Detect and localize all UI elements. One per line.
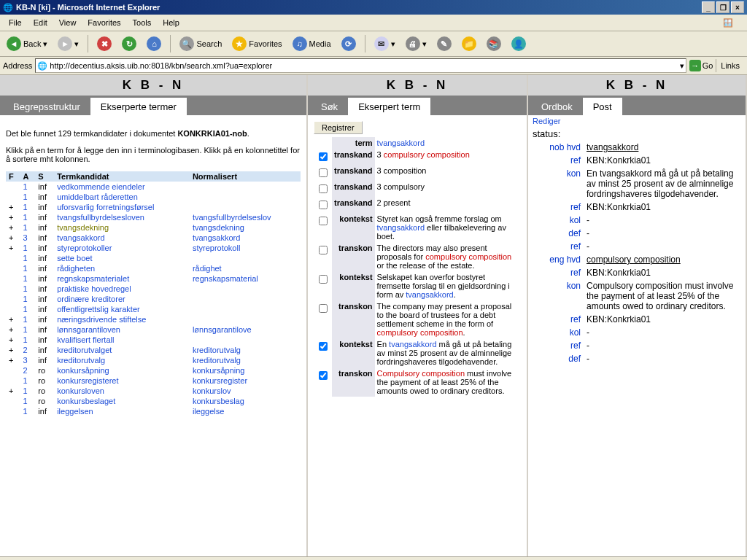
term-link[interactable]: praktiske hovedregel [57, 284, 131, 293]
norm-link[interactable]: kreditorutvalg [193, 356, 241, 365]
freq-link[interactable]: 1 [23, 325, 27, 334]
freq-link[interactable]: 3 [23, 233, 27, 242]
stop-button[interactable]: ✖ [93, 34, 115, 53]
freq-link[interactable]: 1 [23, 376, 27, 385]
media-button[interactable]: ♫Media [289, 34, 335, 53]
home-button[interactable]: ⌂ [143, 34, 165, 53]
freq-link[interactable]: 1 [23, 335, 27, 344]
row-checkbox[interactable] [319, 184, 328, 193]
term-link[interactable]: tvangsdekning [57, 223, 109, 232]
row-checkbox[interactable] [319, 168, 328, 177]
tab-sok[interactable]: Søk [311, 98, 348, 115]
term-link[interactable]: konkursbeslaget [57, 397, 115, 405]
freq-link[interactable]: 1 [23, 182, 27, 191]
norm-link[interactable]: ileggelse [193, 407, 224, 416]
term-link[interactable]: vedkommende eiendeler [57, 182, 144, 191]
freq-link[interactable]: 3 [23, 356, 27, 365]
term-link[interactable]: tvangsakkord [57, 233, 104, 242]
norm-link[interactable]: regnskapsmaterial [193, 274, 258, 283]
refresh-button[interactable]: ↻ [118, 34, 140, 53]
term-link[interactable]: ileggelsen [57, 407, 93, 416]
term-link[interactable]: offentligrettslig karakter [57, 305, 140, 314]
term-link[interactable]: ordinære kreditorer [57, 295, 125, 303]
norm-link[interactable]: tvangsdekning [193, 223, 244, 232]
row-checkbox[interactable] [319, 217, 328, 225]
messenger-button[interactable]: 👤 [508, 34, 530, 53]
discuss-button[interactable]: 📁 [458, 34, 480, 53]
row-checkbox[interactable] [319, 246, 328, 254]
row-checkbox[interactable] [319, 342, 328, 351]
row-checkbox[interactable] [319, 371, 328, 380]
row-checkbox[interactable] [319, 304, 328, 313]
norm-link[interactable]: tvangsakkord [193, 233, 240, 242]
freq-link[interactable]: 1 [23, 244, 27, 252]
menu-view[interactable]: View [53, 18, 82, 27]
col-a[interactable]: A [20, 171, 35, 182]
menu-favorites[interactable]: Favorites [82, 18, 126, 27]
freq-link[interactable]: 1 [23, 223, 27, 232]
row-checkbox[interactable] [319, 152, 328, 161]
minimize-button[interactable]: _ [702, 1, 715, 13]
freq-link[interactable]: 1 [23, 315, 27, 324]
freq-link[interactable]: 1 [23, 284, 27, 293]
tab-ekserpert-term[interactable]: Ekserpert term [348, 98, 430, 115]
norm-link[interactable]: styreprotokoll [193, 244, 240, 252]
menu-edit[interactable]: Edit [28, 18, 53, 27]
tab-begrepsstruktur[interactable]: Begrepsstruktur [3, 98, 90, 115]
favorites-button[interactable]: ★Favorites [228, 34, 285, 53]
term-link[interactable]: kreditorutvalg [57, 356, 105, 365]
freq-link[interactable]: 1 [23, 386, 27, 395]
term-link[interactable]: uforsvarlig forretningsførsel [57, 203, 154, 211]
term-link[interactable]: umiddelbart råderetten [57, 192, 138, 201]
norm-link[interactable]: lønnsgarantilove [193, 325, 252, 334]
term-link[interactable]: næringsdrivende stiftelse [57, 315, 146, 324]
freq-link[interactable]: 1 [23, 397, 27, 405]
close-button[interactable]: × [731, 1, 744, 13]
history-button[interactable]: ⟳ [338, 34, 360, 53]
term-link[interactable]: tvangsfullbyrdelsesloven [57, 213, 144, 222]
freq-link[interactable]: 1 [23, 213, 27, 222]
norm-link[interactable]: konkursbeslag [193, 397, 244, 405]
freq-link[interactable]: 1 [23, 192, 27, 201]
term-link[interactable]: rådigheten [57, 264, 95, 273]
norm-link[interactable]: kreditorutvalg [193, 346, 241, 354]
menu-help[interactable]: Help [157, 18, 185, 27]
col-f[interactable]: F [6, 171, 20, 182]
mail-button[interactable]: ✉▾ [371, 34, 399, 53]
go-button[interactable]: →Go [689, 60, 713, 71]
freq-link[interactable]: 1 [23, 305, 27, 314]
tab-ordbok[interactable]: Ordbok [531, 98, 583, 115]
col-norm[interactable]: Normalisert [190, 171, 301, 182]
tab-post[interactable]: Post [583, 98, 622, 115]
freq-link[interactable]: 1 [23, 407, 27, 416]
term-link[interactable]: sette boet [57, 254, 92, 262]
col-term[interactable]: Termkandidat [54, 171, 190, 182]
norm-link[interactable]: rådighet [193, 264, 222, 273]
row-checkbox[interactable] [319, 275, 328, 284]
term-link[interactable]: styreprotokoller [57, 244, 112, 252]
freq-link[interactable]: 1 [23, 254, 27, 262]
term-link[interactable]: konkursloven [57, 386, 104, 395]
term-link[interactable]: kreditorutvalget [57, 346, 112, 354]
term-link[interactable]: konkursregisteret [57, 376, 118, 385]
chevron-down-icon[interactable]: ▾ [680, 61, 684, 71]
address-input[interactable]: 🌐 http://decentius.aksis.uib.no:8018/kbn… [35, 58, 686, 73]
term-link[interactable]: konkursåpning [57, 366, 109, 375]
norm-link[interactable]: konkursåpning [193, 366, 245, 375]
print-button[interactable]: 🖨▾ [402, 34, 430, 53]
term-link[interactable]: kvalifisert flertall [57, 335, 114, 344]
tab-ekserperte-termer[interactable]: Ekserperte termer [90, 98, 187, 115]
freq-link[interactable]: 2 [23, 346, 27, 354]
term-link[interactable]: regnskapsmaterialet [57, 274, 129, 283]
freq-link[interactable]: 2 [23, 366, 27, 375]
edit-button[interactable]: ✎ [433, 34, 455, 53]
norm-link[interactable]: tvangsfullbyrdelseslov [193, 213, 271, 222]
freq-link[interactable]: 1 [23, 295, 27, 303]
term-link[interactable]: lønnsgarantiloven [57, 325, 120, 334]
research-button[interactable]: 📚 [483, 34, 505, 53]
rediger-link[interactable]: Rediger [533, 117, 561, 125]
freq-link[interactable]: 1 [23, 203, 27, 211]
norm-link[interactable]: konkursregister [193, 376, 247, 385]
col-s[interactable]: S [35, 171, 54, 182]
row-checkbox[interactable] [319, 201, 328, 209]
